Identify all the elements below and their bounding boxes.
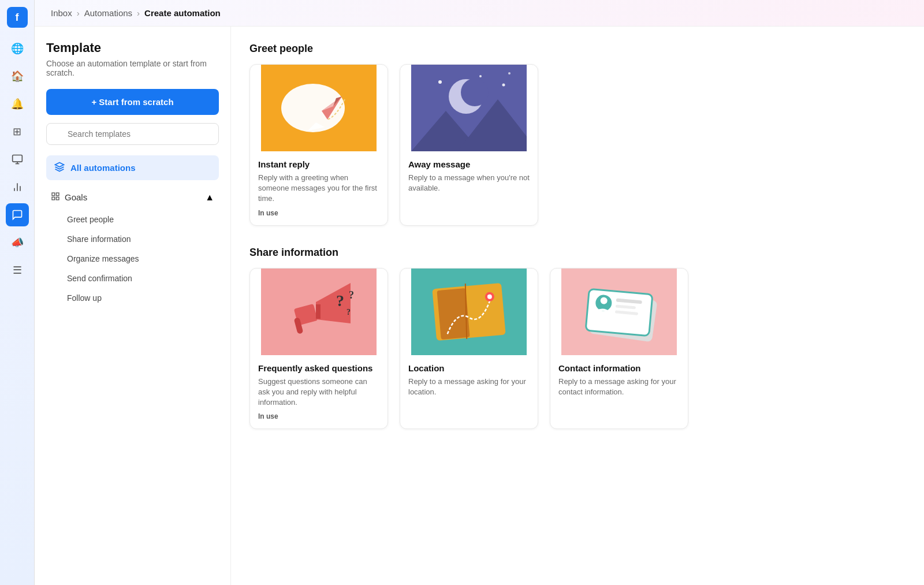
svg-point-20 (438, 80, 442, 84)
sidebar-icon-layers[interactable] (6, 148, 29, 171)
goals-list-item[interactable]: Follow up (62, 288, 219, 308)
card-desc: Reply with a greeting when someone messa… (258, 173, 379, 204)
logo: f (7, 7, 28, 28)
sidebar-icon-globe[interactable]: 🌐 (6, 37, 29, 60)
svg-rect-8 (56, 193, 59, 196)
cards-row-1: ? ? ? Frequently asked questionsSuggest … (249, 268, 906, 430)
svg-text:?: ? (346, 308, 351, 316)
card-1-2[interactable]: Contact informationReply to a message as… (550, 268, 688, 430)
svg-rect-36 (437, 288, 470, 340)
card-body: Frequently asked questionsSuggest questi… (250, 355, 388, 429)
card-desc: Reply to a message when you're not avail… (408, 173, 530, 193)
svg-rect-9 (56, 197, 59, 200)
start-from-scratch-button[interactable]: + Start from scratch (46, 89, 219, 115)
content: Template Choose an automation template o… (35, 27, 924, 585)
svg-rect-7 (52, 193, 55, 196)
card-body: Instant replyReply with a greeting when … (250, 151, 388, 225)
card-badge: In use (258, 412, 379, 420)
card-0-1[interactable]: Away messageReply to a message when you'… (400, 64, 538, 226)
card-image-instant (250, 65, 388, 151)
goals-list-item[interactable]: Greet people (62, 210, 219, 229)
card-title: Away message (408, 159, 530, 169)
svg-point-22 (502, 84, 505, 87)
svg-rect-10 (52, 197, 55, 200)
breadcrumb-sep-2: › (137, 8, 140, 18)
goals-list: Greet peopleShare informationOrganize me… (46, 210, 219, 308)
card-badge: In use (258, 209, 379, 217)
breadcrumb-current: Create automation (144, 8, 221, 18)
left-panel: Template Choose an automation template o… (35, 27, 231, 585)
sidebar-icon-megaphone[interactable]: 📣 (6, 231, 29, 254)
sidebar: f 🌐 🏠 🔔 ⊞ 📣 ☰ (0, 0, 35, 585)
card-image-location (400, 269, 538, 355)
svg-rect-0 (12, 155, 22, 162)
breadcrumb-sep-1: › (77, 8, 80, 18)
card-image-faq: ? ? ? (250, 269, 388, 355)
sidebar-icon-chat[interactable] (6, 203, 29, 226)
svg-text:?: ? (349, 289, 354, 301)
sidebar-icon-bell[interactable]: 🔔 (6, 92, 29, 115)
search-input[interactable] (46, 123, 219, 145)
cards-row-0: Instant replyReply with a greeting when … (249, 64, 906, 226)
sidebar-icon-grid[interactable]: ⊞ (6, 120, 29, 143)
svg-text:?: ? (336, 292, 344, 310)
sidebar-icon-chart[interactable] (6, 176, 29, 199)
sidebar-icon-home[interactable]: 🏠 (6, 65, 29, 88)
section-title-1: Share information (249, 247, 906, 259)
header: Inbox › Automations › Create automation (35, 0, 924, 27)
svg-point-25 (461, 79, 489, 106)
card-0-0[interactable]: Instant replyReply with a greeting when … (249, 64, 388, 226)
card-desc: Reply to a message asking for your conta… (558, 377, 680, 397)
goals-list-item[interactable]: Send confirmation (62, 269, 219, 288)
page-subtitle: Choose an automation template or start f… (46, 59, 219, 77)
card-body: LocationReply to a message asking for yo… (400, 355, 538, 410)
card-desc: Suggest questions someone can ask you an… (258, 377, 379, 408)
goals-icon (51, 192, 60, 203)
card-title: Frequently asked questions (258, 363, 379, 373)
goals-label: Goals (65, 192, 87, 202)
all-automations-button[interactable]: All automations (46, 155, 219, 180)
card-desc: Reply to a message asking for your locat… (408, 377, 530, 397)
card-1-0[interactable]: ? ? ? Frequently asked questionsSuggest … (249, 268, 388, 430)
goals-section: Goals ▲ Greet peopleShare informationOrg… (46, 188, 219, 308)
card-image-away (400, 65, 538, 151)
svg-point-21 (479, 75, 482, 77)
goals-list-item[interactable]: Organize messages (62, 249, 219, 269)
goals-list-item[interactable]: Share information (62, 229, 219, 249)
chevron-up-icon: ▲ (205, 192, 214, 203)
all-automations-label: All automations (70, 163, 136, 173)
svg-point-12 (281, 84, 345, 132)
goals-header[interactable]: Goals ▲ (46, 188, 219, 206)
sidebar-icon-menu[interactable]: ☰ (6, 259, 29, 282)
search-wrap: 🔍 (46, 123, 219, 145)
card-title: Contact information (558, 363, 680, 373)
card-image-contact (550, 269, 688, 355)
card-title: Location (408, 363, 530, 373)
svg-marker-6 (55, 163, 64, 167)
card-1-1[interactable]: LocationReply to a message asking for yo… (400, 268, 538, 430)
page-title: Template (46, 40, 219, 55)
breadcrumb-automations[interactable]: Automations (84, 8, 132, 18)
card-body: Away messageReply to a message when you'… (400, 151, 538, 206)
card-body: Contact informationReply to a message as… (550, 355, 688, 410)
right-panel: Greet people Instant replyReply with a g… (231, 27, 924, 585)
svg-rect-29 (316, 304, 321, 319)
main-area: Inbox › Automations › Create automation … (35, 0, 924, 585)
layers-icon (54, 162, 65, 174)
svg-point-23 (508, 72, 511, 74)
section-title-0: Greet people (249, 43, 906, 55)
breadcrumb-inbox[interactable]: Inbox (51, 8, 72, 18)
goals-header-left: Goals (51, 192, 87, 203)
card-title: Instant reply (258, 159, 379, 169)
